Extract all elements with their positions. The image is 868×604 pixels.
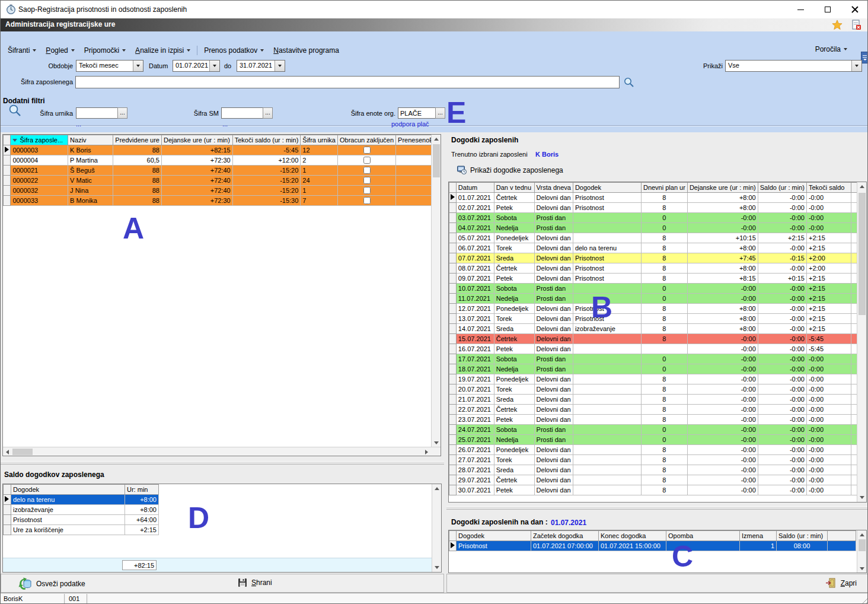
- cell[interactable]: -0:00: [687, 465, 758, 475]
- row-selector[interactable]: [449, 541, 457, 551]
- cell[interactable]: 8: [641, 334, 687, 344]
- chevron-down-icon[interactable]: [275, 61, 285, 71]
- cell[interactable]: +2:15: [806, 324, 851, 334]
- cell[interactable]: 28.07.2021: [456, 465, 494, 475]
- cell[interactable]: -0:00: [806, 475, 851, 485]
- cell[interactable]: Torek: [494, 455, 534, 465]
- cell[interactable]: Prisotnost: [573, 193, 641, 203]
- cell[interactable]: 1: [301, 186, 338, 196]
- cell[interactable]: +2:15: [806, 243, 851, 253]
- cell[interactable]: -5:45: [806, 334, 851, 344]
- cell[interactable]: -0:00: [758, 334, 806, 344]
- cell[interactable]: [573, 213, 641, 223]
- cell[interactable]: 8: [641, 455, 687, 465]
- cell[interactable]: 20.07.2021: [456, 384, 494, 395]
- row-selector[interactable]: [449, 334, 457, 344]
- cell[interactable]: Četrtek: [494, 193, 534, 203]
- cell[interactable]: 09.07.2021: [456, 274, 494, 284]
- cell[interactable]: 25.07.2021: [456, 435, 494, 445]
- cell[interactable]: Petek: [494, 203, 534, 213]
- splitter-handle[interactable]: [446, 506, 868, 510]
- cell[interactable]: -15:30: [232, 196, 301, 206]
- row-selector[interactable]: [449, 233, 457, 243]
- close-window-button[interactable]: Zapri: [822, 576, 860, 590]
- cell[interactable]: [573, 334, 641, 344]
- employees-vscrollbar[interactable]: [431, 135, 441, 447]
- cell[interactable]: Delovni dan: [534, 374, 573, 384]
- cell[interactable]: Delovni dan: [534, 324, 573, 334]
- cell[interactable]: -0:00: [758, 304, 806, 314]
- cell[interactable]: 0: [641, 435, 687, 445]
- cell[interactable]: V Matic: [68, 176, 113, 186]
- cell[interactable]: [337, 186, 395, 196]
- cell[interactable]: Prosti dan: [534, 354, 573, 364]
- cell[interactable]: Prisotnost: [573, 274, 641, 284]
- cell[interactable]: Nedelja: [494, 294, 534, 304]
- cell[interactable]: +72:40: [161, 176, 232, 186]
- cell[interactable]: Petek: [494, 344, 534, 354]
- cell[interactable]: [573, 485, 641, 495]
- menu-pogled[interactable]: Pogled: [41, 44, 79, 56]
- cell[interactable]: -0:00: [806, 405, 851, 415]
- cell[interactable]: -0:00: [806, 193, 851, 203]
- cell[interactable]: Prisotnost: [573, 203, 641, 213]
- cell[interactable]: [828, 541, 856, 551]
- cell[interactable]: -0:00: [687, 213, 758, 223]
- cell[interactable]: -0:00: [758, 294, 806, 304]
- cell[interactable]: 24.07.2021: [456, 425, 494, 435]
- cell[interactable]: +2:15: [806, 314, 851, 324]
- cell[interactable]: Š Beguš: [68, 166, 113, 176]
- cell[interactable]: -0:00: [758, 354, 806, 364]
- column-header[interactable]: Datum: [456, 183, 494, 193]
- show-events-button[interactable]: Prikaži dogodke zaposlenega: [455, 164, 566, 176]
- cell[interactable]: Prosti dan: [534, 213, 573, 223]
- row-selector[interactable]: [449, 253, 457, 263]
- table-row[interactable]: 16.07.2021PetekDelovni dan-0:00-0:00-5:4…: [449, 344, 866, 354]
- cell[interactable]: +2:15: [806, 274, 851, 284]
- cell[interactable]: [573, 374, 641, 384]
- cell[interactable]: 24: [301, 176, 338, 186]
- table-row[interactable]: 20.07.2021TorekDelovni dan8-0:00-0:00-0:…: [449, 384, 866, 395]
- cell[interactable]: 1: [301, 166, 338, 176]
- column-header[interactable]: Dogodek: [573, 183, 641, 193]
- cell[interactable]: 10.07.2021: [456, 284, 494, 294]
- cell[interactable]: [573, 465, 641, 475]
- cell[interactable]: Delovni dan: [534, 233, 573, 243]
- table-row[interactable]: 30.07.2021PetekDelovni dan8-0:00-0:00-0:…: [449, 485, 866, 495]
- cell[interactable]: 19.07.2021: [456, 374, 494, 384]
- cell[interactable]: +72:40: [161, 166, 232, 176]
- saldo-vscrollbar[interactable]: [432, 484, 441, 572]
- cell[interactable]: Delovni dan: [534, 344, 573, 354]
- menu-nastavitve-programa[interactable]: Nastavitve programa: [269, 44, 344, 56]
- cell[interactable]: Četrtek: [494, 475, 534, 485]
- cell[interactable]: [641, 344, 687, 354]
- cell[interactable]: Delovni dan: [534, 314, 573, 324]
- column-header[interactable]: Vrsta dneva: [534, 183, 573, 193]
- cell[interactable]: 02.07.2021: [456, 203, 494, 213]
- row-selector[interactable]: [4, 186, 11, 196]
- row-selector[interactable]: [449, 425, 457, 435]
- cell[interactable]: Nedelja: [494, 364, 534, 374]
- cell[interactable]: -0:00: [806, 384, 851, 395]
- cell[interactable]: -0:00: [758, 344, 806, 354]
- cell[interactable]: -0:00: [687, 485, 758, 495]
- table-row[interactable]: 0000004P Martina60,5+72:30+12:0020: [4, 155, 441, 166]
- cell[interactable]: Sreda: [494, 465, 534, 475]
- cell[interactable]: +8:00: [687, 314, 758, 324]
- cell[interactable]: Prosti dan: [534, 294, 573, 304]
- column-header[interactable]: Šifra urnika: [301, 135, 338, 145]
- table-row[interactable]: 13.07.2021TorekDelovni danPrisotnost8+8:…: [449, 314, 866, 324]
- cell[interactable]: Četrtek: [494, 334, 534, 344]
- row-selector[interactable]: [449, 324, 457, 334]
- cell[interactable]: 03.07.2021: [456, 213, 494, 223]
- datum-to-picker[interactable]: 31.07.2021: [237, 60, 285, 72]
- cell[interactable]: 8: [641, 304, 687, 314]
- cell[interactable]: [573, 354, 641, 364]
- menu-sifranti[interactable]: Šifranti: [3, 44, 41, 56]
- obracun-checkbox[interactable]: [363, 167, 371, 174]
- row-selector[interactable]: [449, 223, 457, 233]
- cell[interactable]: B Monika: [68, 196, 113, 206]
- cell[interactable]: 1: [740, 541, 777, 551]
- cell[interactable]: -0:00: [758, 213, 806, 223]
- cell[interactable]: K Boris: [68, 145, 113, 155]
